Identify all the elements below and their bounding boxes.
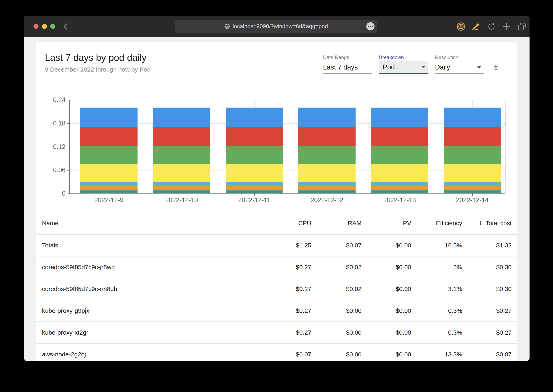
url-bar[interactable]: localhost:9090/?window=6d&agg=pod [175, 20, 377, 33]
cost-chart: 00.060.120.180.242022-12-92022-12-102022… [69, 100, 505, 194]
bar-segment-yellow [226, 164, 283, 182]
total-cell: $0.30 [462, 286, 512, 293]
total-cell: $0.30 [462, 264, 512, 271]
ellipsis-icon [368, 26, 369, 27]
close-window-button[interactable] [34, 24, 38, 29]
x-tick [182, 193, 182, 196]
bar-segment-cyan [371, 182, 428, 186]
bar-segment-green [298, 146, 356, 164]
x-tick [472, 193, 473, 196]
bar-segment-green [371, 146, 428, 164]
bar-segment-blue [444, 108, 501, 127]
globe-icon [224, 23, 230, 29]
breakdown-value: Pod [383, 63, 395, 71]
stacked-bar[interactable] [80, 108, 137, 193]
bar-segment-cyan [153, 182, 210, 186]
ram-cell: $0.02 [311, 286, 361, 293]
bar-segment-yellow [153, 164, 210, 182]
url-text: localhost:9090/?window=6d&agg=pod [233, 23, 328, 30]
x-axis-label: 2022-12-14 [456, 196, 489, 204]
ram-cell: $0.07 [311, 242, 361, 249]
reload-button[interactable] [484, 16, 499, 37]
efficiency-cell: 0.3% [411, 329, 462, 336]
y-tick [67, 100, 70, 100]
table-row[interactable]: coredns-59f85d7c9c-jr8wd$0.27$0.02$0.003… [36, 257, 517, 278]
table-row[interactable]: coredns-59f85d7c9c-nn8dh$0.27$0.02$0.003… [36, 278, 517, 300]
breakdown-select[interactable]: Breakdown Pod [379, 55, 428, 74]
y-tick [67, 147, 70, 147]
x-axis-label: 2022-12-13 [383, 196, 416, 204]
pod-name-cell: aws-node-2g2bj [42, 351, 276, 358]
table-row[interactable]: kube-proxy-xt2gr$0.27$0.00$0.000.3%$0.27 [36, 322, 517, 344]
column-header-pv: PV [361, 220, 411, 227]
total-cell: $0.07 [462, 351, 512, 358]
resolution-select[interactable]: Resolution Daily [435, 55, 484, 74]
stacked-bar[interactable] [298, 108, 356, 193]
bar-segment-cyan [298, 182, 356, 186]
page-menu-button[interactable] [366, 22, 374, 30]
ram-cell: $0.00 [311, 307, 361, 314]
page-title: Last 7 days by pod daily [45, 52, 147, 63]
page-background: Last 7 days by pod daily 9 December 2022… [24, 37, 530, 361]
date-range-field[interactable]: Date Range Last 7 days [323, 55, 373, 74]
pod-name-cell: kube-proxy-xt2gr [42, 329, 276, 336]
table-row[interactable]: aws-node-2g2bj$0.07$0.00$0.0013.3%$0.07 [36, 344, 517, 361]
table-body: Totals$1.25$0.07$0.0016.5%$1.32coredns-5… [36, 235, 517, 361]
cpu-cell: $0.27 [276, 307, 311, 314]
resolution-label: Resolution [435, 55, 484, 61]
minimize-window-button[interactable] [42, 24, 47, 29]
content-card: Last 7 days by pod daily 9 December 2022… [36, 42, 517, 361]
tab-overview-button[interactable] [514, 16, 530, 37]
new-tab-button[interactable] [499, 16, 514, 37]
y-axis-label: 0.06 [53, 166, 65, 174]
download-report-button[interactable] [491, 62, 501, 72]
stacked-bar[interactable] [226, 108, 283, 193]
table-row[interactable]: kube-proxy-g9pjx$0.27$0.00$0.000.3%$0.27 [36, 300, 517, 322]
cpu-cell: $0.27 [276, 264, 311, 271]
gridline [505, 100, 506, 193]
bar-segment-teal [444, 190, 501, 193]
x-tick [400, 193, 400, 196]
pv-cell: $0.00 [361, 307, 411, 314]
date-range-label: Date Range [323, 55, 373, 61]
onepassword-icon [456, 22, 466, 31]
table-row[interactable]: Totals$1.25$0.07$0.0016.5%$1.32 [36, 235, 517, 257]
efficiency-cell: 16.5% [411, 242, 462, 249]
report-controls: Date Range Last 7 days Breakdown Pod Res… [323, 55, 501, 74]
bar-segment-blue [226, 108, 283, 127]
wand-extension-button[interactable] [469, 16, 484, 37]
total-cell: $1.32 [462, 242, 512, 249]
stacked-bar[interactable] [371, 108, 428, 193]
pod-name-cell: Totals [42, 242, 276, 249]
column-header-total-cost[interactable]: ↓Total cost [462, 219, 512, 227]
sort-descending-icon: ↓ [478, 219, 483, 227]
bar-segment-teal [298, 190, 356, 193]
bar-segment-blue [80, 108, 137, 127]
browser-window: localhost:9090/?window=6d&agg=pod [24, 16, 530, 361]
column-header-ram: RAM [311, 220, 361, 227]
bar-segment-green [226, 146, 283, 164]
total-cell: $0.27 [462, 329, 512, 336]
titlebar-actions [453, 16, 530, 37]
stacked-bar[interactable] [444, 108, 501, 193]
column-header-name: Name [42, 220, 276, 227]
chevron-down-icon [477, 66, 481, 69]
pv-cell: $0.00 [361, 242, 411, 249]
bar-segment-blue [298, 108, 356, 127]
page-subtitle: 9 December 2022 through now by Pod [45, 66, 151, 73]
bar-segment-red [371, 127, 428, 146]
ram-cell: $0.00 [311, 351, 361, 358]
bar-segment-cyan [80, 182, 137, 186]
bar-segment-green [80, 146, 137, 164]
download-icon [492, 63, 500, 71]
zoom-window-button[interactable] [50, 24, 55, 29]
bar-segment-orange [444, 186, 501, 190]
bar-segment-orange [298, 186, 356, 190]
onepassword-extension-button[interactable] [453, 16, 469, 37]
browser-titlebar: localhost:9090/?window=6d&agg=pod [24, 16, 530, 37]
back-button[interactable] [62, 22, 70, 31]
table-header-row: NameCPURAMPVEfficiency↓Total cost [36, 212, 517, 235]
efficiency-cell: 3% [411, 264, 462, 271]
gridline [70, 100, 505, 100]
stacked-bar[interactable] [153, 108, 210, 193]
